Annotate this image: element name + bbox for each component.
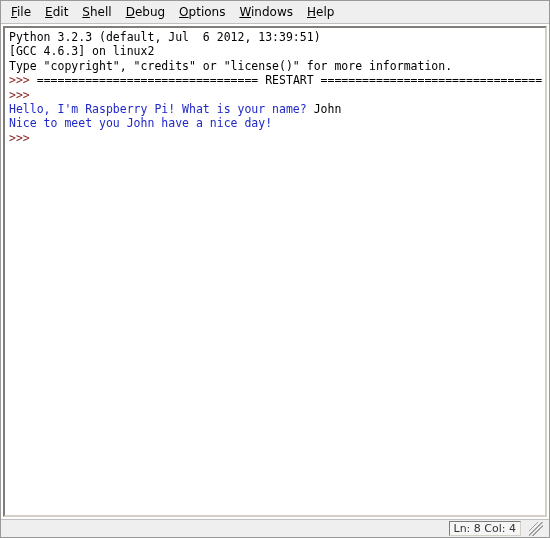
shell-prompt: >>> [9,73,37,87]
shell-user-input: John [314,102,342,116]
menu-shell[interactable]: Shell [76,3,117,21]
menu-windows[interactable]: Windows [233,3,299,21]
shell-program-output: Hello, I'm Raspberry Pi! What is your na… [9,102,314,116]
shell-prompt: >>> [9,131,37,145]
shell-program-output: Nice to meet you John have a nice day! [9,116,272,130]
menu-help[interactable]: Help [301,3,340,21]
status-bar: Ln: 8 Col: 4 [1,519,549,537]
menu-debug[interactable]: Debug [120,3,171,21]
menu-options[interactable]: Options [173,3,231,21]
shell-text-area[interactable]: Python 3.2.3 (default, Jul 6 2012, 13:39… [3,26,547,517]
menu-file[interactable]: File [5,3,37,21]
shell-header-line: [GCC 4.6.3] on linux2 [9,44,154,58]
menu-bar: File Edit Shell Debug Options Windows He… [1,1,549,24]
status-line-col: Ln: 8 Col: 4 [449,521,521,536]
shell-header-line: Type "copyright", "credits" or "license(… [9,59,452,73]
resize-grip-icon[interactable] [529,522,543,536]
shell-header-line: Python 3.2.3 (default, Jul 6 2012, 13:39… [9,30,321,44]
shell-restart-banner: ================================ RESTART… [37,73,542,87]
shell-prompt: >>> [9,88,37,102]
menu-edit[interactable]: Edit [39,3,74,21]
